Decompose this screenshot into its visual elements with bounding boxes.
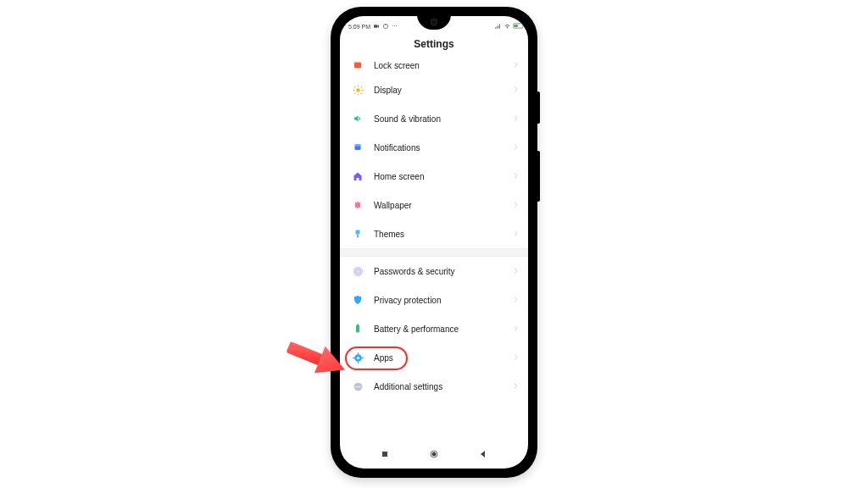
page-title: Settings: [340, 35, 528, 55]
settings-row-notifications[interactable]: Notifications: [340, 133, 528, 162]
chevron-right-icon: [512, 296, 520, 305]
settings-row-label: Additional settings: [365, 382, 512, 391]
svg-line-14: [360, 86, 361, 87]
svg-rect-4: [514, 25, 518, 27]
wifi-icon: [504, 23, 510, 30]
settings-row-label: Notifications: [365, 143, 512, 152]
notifications-icon: [350, 142, 365, 152]
chevron-right-icon: [512, 324, 520, 334]
settings-row-apps[interactable]: Apps: [340, 343, 528, 372]
settings-row-themes[interactable]: Themes: [340, 219, 528, 248]
svg-line-13: [354, 92, 355, 93]
svg-rect-26: [357, 352, 358, 355]
svg-line-12: [360, 92, 361, 93]
svg-point-6: [356, 88, 359, 92]
battery-icon: [350, 324, 365, 334]
additional-icon: [350, 381, 365, 392]
chevron-right-icon: [512, 114, 520, 124]
power-button[interactable]: [537, 92, 540, 124]
nav-back-button[interactable]: [478, 447, 488, 463]
settings-row-label: Passwords & security: [365, 267, 512, 276]
more-indicator-icon: ⋯: [392, 23, 398, 30]
settings-row-label: Sound & vibration: [365, 114, 512, 124]
group-separator: [340, 248, 528, 257]
settings-row-label: Wallpaper: [365, 201, 512, 210]
chevron-right-icon: [512, 172, 520, 181]
svg-rect-16: [355, 144, 361, 147]
chevron-right-icon: [512, 267, 520, 276]
svg-point-32: [357, 385, 359, 387]
camera-indicator-icon: [373, 23, 380, 30]
chevron-right-icon: [512, 382, 520, 391]
passwords-icon: [350, 266, 365, 277]
signal-icon: [494, 23, 501, 30]
apps-icon: [350, 352, 365, 363]
chevron-right-icon: [512, 201, 520, 210]
nav-recent-button[interactable]: [380, 447, 390, 463]
chevron-right-icon: [512, 230, 520, 239]
phone-screen: 5:09 PM ⋯: [340, 16, 528, 469]
display-icon: [350, 85, 365, 96]
svg-point-21: [356, 269, 359, 272]
settings-row-label: Themes: [365, 230, 512, 239]
svg-line-11: [354, 86, 355, 87]
settings-list[interactable]: Lock screenDisplaySound & vibrationNotif…: [340, 55, 528, 443]
svg-rect-3: [523, 25, 524, 26]
svg-point-20: [355, 269, 361, 274]
privacy-icon: [350, 295, 365, 305]
settings-row-label: Lock screen: [365, 61, 512, 70]
themes-icon: [350, 229, 365, 239]
settings-row-display[interactable]: Display: [340, 75, 528, 104]
status-time: 5:09 PM: [348, 24, 370, 30]
svg-rect-37: [287, 341, 324, 366]
chevron-right-icon: [512, 143, 520, 152]
svg-rect-0: [374, 25, 377, 27]
settings-row-home-screen[interactable]: Home screen: [340, 162, 528, 191]
home-screen-icon: [350, 171, 365, 181]
svg-rect-28: [353, 357, 355, 358]
settings-row-label: Display: [365, 86, 512, 95]
svg-rect-18: [357, 235, 359, 238]
svg-rect-27: [357, 361, 358, 363]
svg-rect-23: [357, 324, 359, 326]
settings-row-label: Apps: [365, 353, 512, 363]
settings-row-label: Privacy protection: [365, 296, 512, 305]
wallpaper-icon: [350, 200, 365, 210]
settings-row-sound[interactable]: Sound & vibration: [340, 104, 528, 133]
svg-point-25: [356, 356, 359, 358]
nav-home-button[interactable]: [429, 447, 439, 463]
nav-bar: [340, 443, 528, 469]
settings-row-passwords[interactable]: Passwords & security: [340, 257, 528, 286]
battery-icon: [513, 23, 520, 30]
chevron-right-icon: [512, 353, 520, 363]
settings-row-privacy[interactable]: Privacy protection: [340, 286, 528, 314]
settings-row-wallpaper[interactable]: Wallpaper: [340, 191, 528, 219]
settings-row-additional[interactable]: Additional settings: [340, 372, 528, 401]
chevron-right-icon: [512, 86, 520, 95]
svg-point-33: [359, 385, 360, 387]
svg-rect-29: [361, 357, 364, 358]
volume-rocker[interactable]: [537, 151, 540, 202]
settings-row-battery[interactable]: Battery & performance: [340, 314, 528, 343]
svg-point-35: [432, 452, 437, 457]
chevron-right-icon: [512, 61, 520, 70]
phone-frame: 5:09 PM ⋯: [331, 7, 537, 478]
svg-point-31: [355, 385, 357, 387]
svg-rect-34: [382, 452, 387, 457]
settings-row-lock-screen[interactable]: Lock screen: [340, 55, 528, 75]
svg-rect-22: [356, 325, 359, 333]
svg-rect-17: [356, 230, 360, 235]
lock-screen-icon: [350, 60, 365, 70]
sound-icon: [350, 114, 365, 124]
settings-row-label: Home screen: [365, 172, 512, 181]
sync-indicator-icon: [382, 23, 389, 30]
settings-row-label: Battery & performance: [365, 324, 512, 334]
svg-rect-5: [354, 63, 361, 69]
